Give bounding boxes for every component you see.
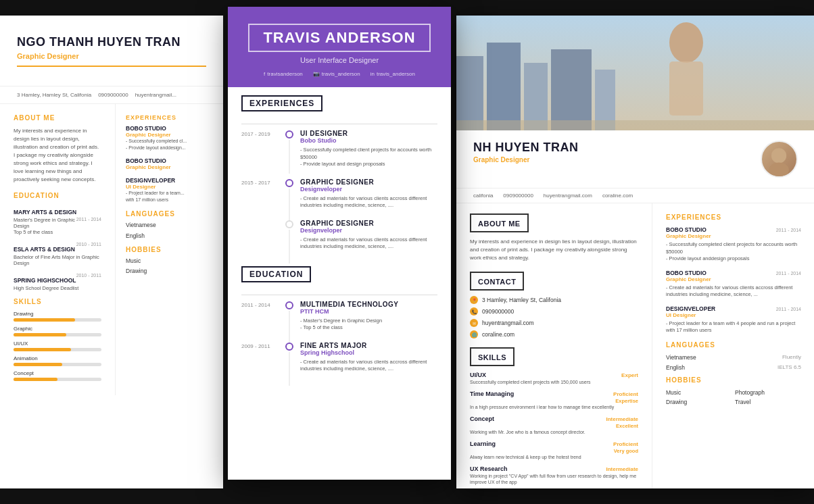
hobby-music: Music — [126, 257, 213, 264]
lang-title-left: LANGUAGES — [126, 210, 213, 218]
bg-svg — [456, 16, 814, 130]
location-icon: 📍 — [470, 296, 478, 304]
web-icon: 🌐 — [470, 330, 478, 338]
svg-rect-2 — [487, 43, 521, 130]
right-lang-title: LANGUAGES — [666, 341, 801, 349]
right-address-bar: califonia — [473, 193, 493, 199]
right-lang-english: English IELTS 6.5 — [666, 364, 801, 371]
hobby-music-right: Music — [666, 389, 732, 396]
svg-point-10 — [769, 163, 789, 178]
center-header: TRAVIS ANDERSON User Interface Designer … — [228, 7, 451, 87]
timeline-dot-5 — [285, 343, 293, 351]
skill-uxresearch-right: UX Research Intermediate Working in proj… — [470, 465, 638, 485]
right-header-content: NH HUYEN TRAN Graphic Designer — [456, 130, 814, 188]
skill-concept-right: Concept Intermediate Excellent Working w… — [470, 415, 638, 435]
social-facebook: f travisanderson — [264, 71, 303, 77]
hobby-title-left: HOBBIES — [126, 246, 213, 253]
right-about-text: My interests and experience in design li… — [470, 238, 638, 262]
center-edu-2: 2009 - 2011 FINE ARTS MAJOR Spring Highs… — [241, 342, 437, 373]
right-resume-card: NH HUYEN TRAN Graphic Designer califonia… — [456, 16, 814, 488]
skill-drawing: Drawing — [14, 311, 101, 322]
right-exp-3: DESIGNVELOPER 2011 - 2014 UI Designer - … — [666, 305, 801, 334]
exp-title-left: EXPERIENCES — [126, 114, 213, 121]
right-title: Graphic Designer — [473, 156, 579, 163]
social-instagram: 📷 travis_anderson — [313, 71, 360, 77]
edu-item-1: MARY ARTS & DESIGN 2011 - 2014 Master's … — [14, 205, 101, 235]
exp-item-3: DESIGNVELOPER UI Designer - Project lead… — [126, 177, 213, 203]
right-col-side: EXPERIENCES BOBO STUDIO 2011 - 2014 Grap… — [652, 203, 814, 488]
exp-item-1: BOBO STUDIO Graphic Designer - Successfu… — [126, 125, 213, 151]
left-address: 3 Hamley, Hamley St, Califonia — [17, 92, 91, 98]
right-email-bar: huyentrangmail.com — [544, 193, 592, 199]
center-exp-1: 2017 - 2019 UI DESIGNER Bobo Studio - Su… — [241, 130, 437, 168]
center-exp-2: 2015 - 2017 GRAPHIC DESIGNER Designvelop… — [241, 178, 437, 209]
left-col-side: EXPERIENCES BOBO STUDIO Graphic Designer… — [115, 104, 223, 395]
left-email: huyentrangmail... — [135, 92, 176, 98]
skill-animation: Animation — [14, 355, 101, 366]
center-body: EXPERIENCES 2017 - 2019 UI DESIGNER Bobo… — [228, 87, 451, 391]
right-name-block: NH HUYEN TRAN Graphic Designer — [473, 141, 579, 163]
timeline-dot-1 — [285, 130, 293, 138]
lang-english: English — [126, 232, 213, 239]
about-box-title: ABOUT ME — [478, 220, 521, 228]
linkedin-icon: in — [370, 71, 375, 77]
center-exp-title: EXPERIENCES — [241, 95, 322, 111]
hobby-drawing-right: Drawing — [666, 399, 732, 405]
left-divider — [17, 66, 206, 67]
center-exp-3: GRAPHIC DESIGNER Designveloper - Create … — [241, 220, 437, 251]
timeline-dot-4 — [285, 301, 293, 309]
left-title: Graphic Designer — [17, 52, 206, 60]
skills-title: SKILLS — [14, 298, 101, 305]
left-name: NGO THANH HUYEN TRAN — [17, 36, 206, 49]
edu-school-1: MARY ARTS & DESIGN 2011 - 2014 — [14, 205, 101, 217]
skills-box: SKILLS — [470, 347, 514, 366]
svg-rect-4 — [551, 49, 592, 130]
skill-uiux-right: UI/UX Expert Successfully completed clie… — [470, 372, 638, 385]
left-body: ABOUT ME My interests and experience in … — [0, 104, 223, 395]
about-title: ABOUT ME — [14, 114, 101, 122]
right-body: ABOUT ME My interests and experience in … — [456, 203, 814, 488]
right-photo-bg — [456, 16, 814, 130]
hobby-travel-right: Travel — [735, 399, 801, 405]
svg-point-6 — [669, 22, 703, 63]
skill-uiux: UI/UX — [14, 341, 101, 351]
svg-point-9 — [771, 148, 786, 163]
skill-timemanage-right: Time Managing Proficient Expertise In a … — [470, 390, 638, 410]
right-exp-1: BOBO STUDIO 2011 - 2014 Graphic Designer… — [666, 226, 801, 263]
divider-2 — [241, 295, 437, 295]
left-resume-card: NGO THANH HUYEN TRAN Graphic Designer 3 … — [0, 16, 223, 488]
right-hobby-grid: Music Photograph Drawing Travel — [666, 389, 801, 405]
skills-box-title: SKILLS — [478, 353, 506, 361]
exp-item-2: BOBO STUDIO Graphic Designer — [126, 157, 213, 170]
center-name-box: TRAVIS ANDERSON — [248, 24, 430, 52]
instagram-icon: 📷 — [313, 71, 320, 77]
edu-item-3: SPRING HIGHSCHOOL 2010 - 2011 High Schoo… — [14, 273, 101, 291]
skill-graphic: Graphic — [14, 326, 101, 336]
contact-website: 🌐 coraline.com — [470, 330, 638, 338]
right-exp-title: EXPERIENCES — [666, 213, 801, 221]
svg-rect-1 — [456, 56, 483, 130]
right-col-main: ABOUT ME My interests and experience in … — [456, 203, 652, 488]
right-name: NH HUYEN TRAN — [473, 141, 579, 155]
skill-concept: Concept — [14, 370, 101, 381]
cards-wrapper: NGO THANH HUYEN TRAN Graphic Designer 3 … — [0, 0, 814, 504]
right-contact-bar: califonia 0909000000 huyentrangmail.com … — [456, 188, 814, 203]
skill-learning-right: Learning Proficient Very good Alway lear… — [470, 440, 638, 460]
edu-item-2: ESLA ARTS & DESIGN 2010 - 2011 Bachelor … — [14, 242, 101, 266]
center-edu-1: 2011 - 2014 MULTIMEDIA TECHNOLOGY PTIT H… — [241, 301, 437, 332]
about-text: My interests and experience in design li… — [14, 127, 101, 184]
left-phone: 0909000000 — [98, 92, 128, 98]
hobby-drawing: Drawing — [126, 268, 213, 274]
center-social: f travisanderson 📷 travis_anderson in tr… — [241, 71, 437, 77]
about-box: ABOUT ME — [470, 213, 529, 232]
right-avatar — [761, 141, 798, 178]
right-exp-2: BOBO STUDIO 2011 - 2014 Graphic Designer… — [666, 270, 801, 299]
center-edu-title: EDUCATION — [241, 266, 311, 282]
svg-rect-7 — [669, 61, 703, 116]
right-website-bar: coraline.com — [602, 193, 633, 199]
contact-phone: 📞 0909000000 — [470, 307, 638, 316]
center-name: TRAVIS ANDERSON — [263, 29, 415, 47]
facebook-icon: f — [264, 71, 265, 77]
contact-list: 📍 3 Hamley, Hamley St, Califonia 📞 09090… — [470, 296, 638, 338]
hobby-photograph-right: Photograph — [735, 389, 801, 396]
